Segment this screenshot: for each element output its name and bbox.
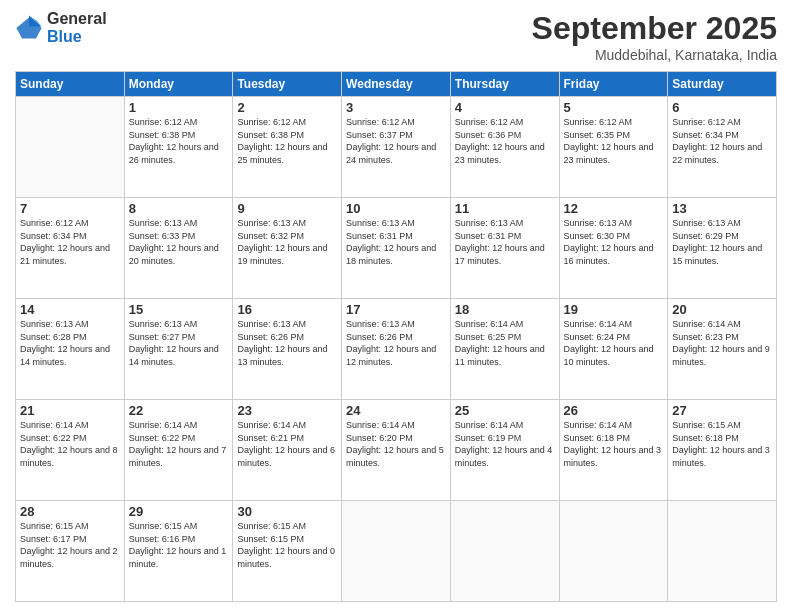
day-number: 2 xyxy=(237,100,337,115)
table-cell: 27Sunrise: 6:15 AMSunset: 6:18 PMDayligh… xyxy=(668,400,777,501)
table-cell: 4Sunrise: 6:12 AMSunset: 6:36 PMDaylight… xyxy=(450,97,559,198)
day-number: 4 xyxy=(455,100,555,115)
day-number: 29 xyxy=(129,504,229,519)
day-info: Sunrise: 6:12 AMSunset: 6:35 PMDaylight:… xyxy=(564,116,664,166)
day-info: Sunrise: 6:14 AMSunset: 6:22 PMDaylight:… xyxy=(20,419,120,469)
header-tuesday: Tuesday xyxy=(233,72,342,97)
week-row-1: 1Sunrise: 6:12 AMSunset: 6:38 PMDaylight… xyxy=(16,97,777,198)
day-info: Sunrise: 6:14 AMSunset: 6:21 PMDaylight:… xyxy=(237,419,337,469)
header-monday: Monday xyxy=(124,72,233,97)
day-info: Sunrise: 6:13 AMSunset: 6:33 PMDaylight:… xyxy=(129,217,229,267)
table-cell: 9Sunrise: 6:13 AMSunset: 6:32 PMDaylight… xyxy=(233,198,342,299)
table-cell: 2Sunrise: 6:12 AMSunset: 6:38 PMDaylight… xyxy=(233,97,342,198)
day-number: 20 xyxy=(672,302,772,317)
day-info: Sunrise: 6:12 AMSunset: 6:34 PMDaylight:… xyxy=(672,116,772,166)
table-cell: 6Sunrise: 6:12 AMSunset: 6:34 PMDaylight… xyxy=(668,97,777,198)
day-number: 24 xyxy=(346,403,446,418)
table-cell: 14Sunrise: 6:13 AMSunset: 6:28 PMDayligh… xyxy=(16,299,125,400)
day-info: Sunrise: 6:13 AMSunset: 6:26 PMDaylight:… xyxy=(346,318,446,368)
table-cell: 7Sunrise: 6:12 AMSunset: 6:34 PMDaylight… xyxy=(16,198,125,299)
table-cell xyxy=(342,501,451,602)
day-number: 7 xyxy=(20,201,120,216)
day-number: 9 xyxy=(237,201,337,216)
location-text: Muddebihal, Karnataka, India xyxy=(532,47,777,63)
day-number: 13 xyxy=(672,201,772,216)
calendar-table: Sunday Monday Tuesday Wednesday Thursday… xyxy=(15,71,777,602)
day-info: Sunrise: 6:14 AMSunset: 6:22 PMDaylight:… xyxy=(129,419,229,469)
logo-icon xyxy=(15,14,43,42)
day-number: 17 xyxy=(346,302,446,317)
day-number: 28 xyxy=(20,504,120,519)
day-info: Sunrise: 6:13 AMSunset: 6:31 PMDaylight:… xyxy=(346,217,446,267)
week-row-4: 21Sunrise: 6:14 AMSunset: 6:22 PMDayligh… xyxy=(16,400,777,501)
table-cell: 24Sunrise: 6:14 AMSunset: 6:20 PMDayligh… xyxy=(342,400,451,501)
day-info: Sunrise: 6:14 AMSunset: 6:18 PMDaylight:… xyxy=(564,419,664,469)
day-number: 6 xyxy=(672,100,772,115)
day-number: 23 xyxy=(237,403,337,418)
header-friday: Friday xyxy=(559,72,668,97)
table-cell: 13Sunrise: 6:13 AMSunset: 6:29 PMDayligh… xyxy=(668,198,777,299)
day-info: Sunrise: 6:15 AMSunset: 6:16 PMDaylight:… xyxy=(129,520,229,570)
logo-text: General Blue xyxy=(47,10,107,45)
day-info: Sunrise: 6:13 AMSunset: 6:26 PMDaylight:… xyxy=(237,318,337,368)
day-info: Sunrise: 6:14 AMSunset: 6:25 PMDaylight:… xyxy=(455,318,555,368)
day-number: 19 xyxy=(564,302,664,317)
day-info: Sunrise: 6:12 AMSunset: 6:36 PMDaylight:… xyxy=(455,116,555,166)
day-number: 22 xyxy=(129,403,229,418)
day-number: 14 xyxy=(20,302,120,317)
day-number: 8 xyxy=(129,201,229,216)
month-title: September 2025 xyxy=(532,10,777,47)
header-saturday: Saturday xyxy=(668,72,777,97)
day-number: 27 xyxy=(672,403,772,418)
table-cell xyxy=(450,501,559,602)
day-number: 15 xyxy=(129,302,229,317)
header-thursday: Thursday xyxy=(450,72,559,97)
table-cell: 12Sunrise: 6:13 AMSunset: 6:30 PMDayligh… xyxy=(559,198,668,299)
table-cell: 10Sunrise: 6:13 AMSunset: 6:31 PMDayligh… xyxy=(342,198,451,299)
day-number: 1 xyxy=(129,100,229,115)
day-info: Sunrise: 6:15 AMSunset: 6:18 PMDaylight:… xyxy=(672,419,772,469)
day-info: Sunrise: 6:15 AMSunset: 6:15 PMDaylight:… xyxy=(237,520,337,570)
day-info: Sunrise: 6:12 AMSunset: 6:38 PMDaylight:… xyxy=(237,116,337,166)
table-cell: 21Sunrise: 6:14 AMSunset: 6:22 PMDayligh… xyxy=(16,400,125,501)
week-row-2: 7Sunrise: 6:12 AMSunset: 6:34 PMDaylight… xyxy=(16,198,777,299)
day-info: Sunrise: 6:12 AMSunset: 6:37 PMDaylight:… xyxy=(346,116,446,166)
day-info: Sunrise: 6:13 AMSunset: 6:31 PMDaylight:… xyxy=(455,217,555,267)
logo-general-text: General xyxy=(47,10,107,28)
day-info: Sunrise: 6:12 AMSunset: 6:38 PMDaylight:… xyxy=(129,116,229,166)
table-cell: 26Sunrise: 6:14 AMSunset: 6:18 PMDayligh… xyxy=(559,400,668,501)
table-cell: 17Sunrise: 6:13 AMSunset: 6:26 PMDayligh… xyxy=(342,299,451,400)
table-cell: 18Sunrise: 6:14 AMSunset: 6:25 PMDayligh… xyxy=(450,299,559,400)
day-info: Sunrise: 6:13 AMSunset: 6:32 PMDaylight:… xyxy=(237,217,337,267)
table-cell: 16Sunrise: 6:13 AMSunset: 6:26 PMDayligh… xyxy=(233,299,342,400)
table-cell: 11Sunrise: 6:13 AMSunset: 6:31 PMDayligh… xyxy=(450,198,559,299)
header-wednesday: Wednesday xyxy=(342,72,451,97)
day-number: 30 xyxy=(237,504,337,519)
logo-blue-text: Blue xyxy=(47,28,107,46)
day-info: Sunrise: 6:13 AMSunset: 6:30 PMDaylight:… xyxy=(564,217,664,267)
day-number: 25 xyxy=(455,403,555,418)
table-cell: 25Sunrise: 6:14 AMSunset: 6:19 PMDayligh… xyxy=(450,400,559,501)
day-info: Sunrise: 6:14 AMSunset: 6:19 PMDaylight:… xyxy=(455,419,555,469)
day-info: Sunrise: 6:15 AMSunset: 6:17 PMDaylight:… xyxy=(20,520,120,570)
day-number: 16 xyxy=(237,302,337,317)
day-number: 3 xyxy=(346,100,446,115)
day-info: Sunrise: 6:14 AMSunset: 6:20 PMDaylight:… xyxy=(346,419,446,469)
day-number: 12 xyxy=(564,201,664,216)
day-number: 21 xyxy=(20,403,120,418)
table-cell: 3Sunrise: 6:12 AMSunset: 6:37 PMDaylight… xyxy=(342,97,451,198)
day-number: 5 xyxy=(564,100,664,115)
day-info: Sunrise: 6:14 AMSunset: 6:24 PMDaylight:… xyxy=(564,318,664,368)
page-header: General Blue September 2025 Muddebihal, … xyxy=(15,10,777,63)
day-info: Sunrise: 6:14 AMSunset: 6:23 PMDaylight:… xyxy=(672,318,772,368)
table-cell: 19Sunrise: 6:14 AMSunset: 6:24 PMDayligh… xyxy=(559,299,668,400)
week-row-5: 28Sunrise: 6:15 AMSunset: 6:17 PMDayligh… xyxy=(16,501,777,602)
svg-marker-1 xyxy=(29,15,42,26)
day-info: Sunrise: 6:12 AMSunset: 6:34 PMDaylight:… xyxy=(20,217,120,267)
table-cell xyxy=(668,501,777,602)
weekday-header-row: Sunday Monday Tuesday Wednesday Thursday… xyxy=(16,72,777,97)
table-cell: 29Sunrise: 6:15 AMSunset: 6:16 PMDayligh… xyxy=(124,501,233,602)
table-cell: 8Sunrise: 6:13 AMSunset: 6:33 PMDaylight… xyxy=(124,198,233,299)
day-number: 18 xyxy=(455,302,555,317)
title-section: September 2025 Muddebihal, Karnataka, In… xyxy=(532,10,777,63)
